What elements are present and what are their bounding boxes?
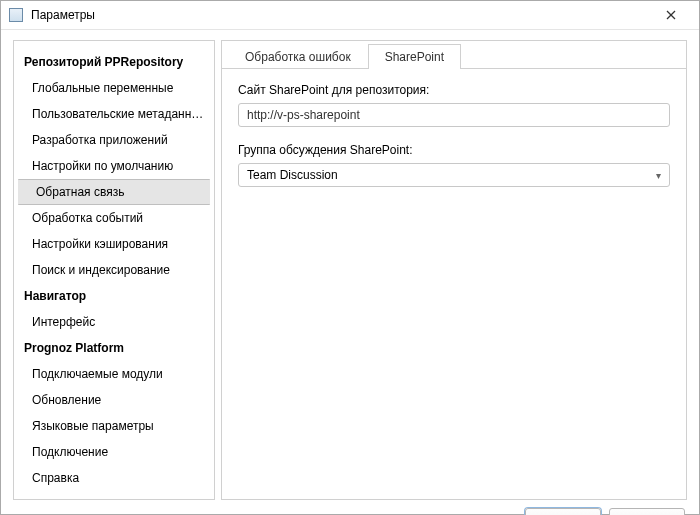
tab-body: Сайт SharePoint для репозитория: Группа … xyxy=(222,69,686,201)
titlebar: Параметры xyxy=(1,1,699,30)
footer: OK Отмена xyxy=(1,508,699,515)
group-label: Группа обсуждения SharePoint: xyxy=(238,143,670,157)
sidebar-item-event-handling[interactable]: Обработка событий xyxy=(14,205,214,231)
tab-sharepoint[interactable]: SharePoint xyxy=(368,44,461,69)
sidebar-item-language[interactable]: Языковые параметры xyxy=(14,413,214,439)
sidebar-item-search-index[interactable]: Поиск и индексирование xyxy=(14,257,214,283)
close-button[interactable] xyxy=(651,1,691,29)
site-label: Сайт SharePoint для репозитория: xyxy=(238,83,670,97)
sidebar-section-repository: Репозиторий PPRepository xyxy=(14,49,214,75)
sidebar-item-global-vars[interactable]: Глобальные переменные xyxy=(14,75,214,101)
sidebar: Репозиторий PPRepository Глобальные пере… xyxy=(13,40,215,500)
sidebar-item-help[interactable]: Справка xyxy=(14,465,214,491)
site-input[interactable] xyxy=(238,103,670,127)
tabstrip: Обработка ошибок SharePoint xyxy=(222,41,686,69)
group-combo[interactable]: Team Discussion ▾ xyxy=(238,163,670,187)
sidebar-item-app-dev[interactable]: Разработка приложений xyxy=(14,127,214,153)
sidebar-item-connection[interactable]: Подключение xyxy=(14,439,214,465)
sidebar-item-plugins[interactable]: Подключаемые модули xyxy=(14,361,214,387)
close-icon xyxy=(666,10,676,20)
sidebar-section-prognoz: Prognoz Platform xyxy=(14,335,214,361)
chevron-down-icon: ▾ xyxy=(656,170,661,181)
sidebar-item-caching[interactable]: Настройки кэширования xyxy=(14,231,214,257)
sidebar-item-updates[interactable]: Обновление xyxy=(14,387,214,413)
main-panel: Обработка ошибок SharePoint Сайт SharePo… xyxy=(221,40,687,500)
ok-button[interactable]: OK xyxy=(525,508,601,515)
sidebar-item-feedback[interactable]: Обратная связь xyxy=(18,179,210,205)
group-combo-value: Team Discussion xyxy=(247,168,338,182)
app-icon xyxy=(9,8,23,22)
sidebar-item-interface[interactable]: Интерфейс xyxy=(14,309,214,335)
sidebar-section-navigator: Навигатор xyxy=(14,283,214,309)
tab-error-handling[interactable]: Обработка ошибок xyxy=(228,44,368,69)
window-title: Параметры xyxy=(31,8,651,22)
sidebar-item-defaults[interactable]: Настройки по умолчанию xyxy=(14,153,214,179)
content-area: Репозиторий PPRepository Глобальные пере… xyxy=(1,30,699,508)
settings-window: Параметры Репозиторий PPRepository Глоба… xyxy=(0,0,700,515)
sidebar-item-user-metadata[interactable]: Пользовательские метаданные xyxy=(14,101,214,127)
cancel-button[interactable]: Отмена xyxy=(609,508,685,515)
